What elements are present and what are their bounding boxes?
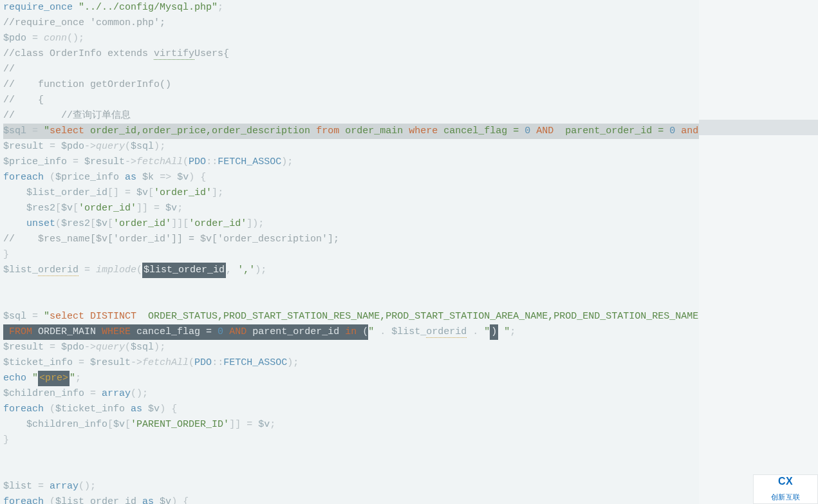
code-line[interactable]: $pdo = conn(); xyxy=(3,31,699,46)
code-line[interactable]: foreach ($price_info as $k => $v) { xyxy=(3,170,699,185)
code-token: cancel_flag = xyxy=(438,126,525,136)
code-token: () xyxy=(131,388,142,399)
code-token: DISTINCT xyxy=(90,311,136,322)
code-token: -> xyxy=(131,357,142,368)
code-line[interactable]: // //查询订单信息 xyxy=(3,108,699,124)
code-token: foreach xyxy=(3,404,50,415)
code-token: [ xyxy=(107,218,113,229)
code-token: " xyxy=(368,326,374,337)
code-token xyxy=(3,419,26,430)
code-token: $list_ xyxy=(3,265,38,275)
code-line[interactable]: $list_order_id[] = $v['order_id']; xyxy=(3,185,699,201)
code-token: order_id,order_price,order_description xyxy=(84,126,316,136)
code-token: ORDER_MAIN xyxy=(32,326,102,337)
code-token: ORDER_STATUS,PROD_START_STATION_RES_NAME… xyxy=(136,311,699,322)
code-editor[interactable]: require_once "../../config/Mysql.php";//… xyxy=(0,0,699,504)
code-line[interactable]: foreach ($ticket_info as $v) { xyxy=(3,402,699,417)
code-line[interactable]: // $res_name[$v['order_id']] = $v['order… xyxy=(3,232,699,247)
code-line[interactable]: $result = $pdo->query($sql); xyxy=(3,340,699,355)
code-line[interactable]: // { xyxy=(3,93,699,108)
code-token: ) { xyxy=(160,404,177,415)
code-line[interactable] xyxy=(3,278,699,294)
code-token: AND xyxy=(536,126,553,136)
code-token: :: xyxy=(212,357,223,368)
code-token: ; xyxy=(160,141,165,152)
code-token: WHERE xyxy=(102,326,131,337)
code-token: as xyxy=(142,496,154,504)
code-token: from xyxy=(316,126,339,136)
code-token xyxy=(3,295,9,306)
minimap[interactable] xyxy=(699,0,818,504)
code-token: cancel_flag = xyxy=(131,326,218,337)
code-token: fetchAll xyxy=(142,357,189,368)
code-token: 0 xyxy=(525,126,530,136)
code-token: ) { xyxy=(171,496,189,504)
code-line[interactable]: $result = $pdo->query($sql); xyxy=(3,139,699,154)
code-token: virtify xyxy=(154,48,194,60)
code-line[interactable] xyxy=(3,448,699,463)
code-token xyxy=(136,496,142,504)
code-token: 'order_id' xyxy=(79,203,136,214)
code-line[interactable]: $children_info[$v['PARENT_ORDER_ID']] = … xyxy=(3,417,699,433)
code-line[interactable]: require_once "../../config/Mysql.php"; xyxy=(3,0,699,15)
code-line[interactable]: $children_info = array(); xyxy=(3,386,699,402)
code-token xyxy=(3,450,9,461)
code-token xyxy=(3,326,9,337)
code-line[interactable] xyxy=(3,294,699,309)
watermark-logo: CX 创新互联 xyxy=(753,474,818,504)
code-token: , xyxy=(226,265,237,275)
code-line[interactable]: //class OrderInfo extends virtifyUsers{ xyxy=(3,46,699,62)
code-line[interactable]: $price_info = $result->fetchAll(PDO::FET… xyxy=(3,154,699,170)
code-token: orderid xyxy=(426,326,467,338)
code-token: = xyxy=(32,481,50,492)
code-token xyxy=(498,326,504,337)
code-token: $sql xyxy=(3,311,26,322)
code-token: 'order_id' xyxy=(113,218,171,229)
code-token: orderid xyxy=(38,265,79,276)
code-token: = xyxy=(26,126,44,136)
code-token: parent_order_id = xyxy=(553,126,669,136)
code-token: = xyxy=(84,388,102,399)
code-token: AND xyxy=(229,326,246,337)
code-line[interactable]: $ticket_info = $result->fetchAll(PDO::FE… xyxy=(3,355,699,371)
code-token xyxy=(3,187,26,198)
code-token: "../../config/Mysql.php" xyxy=(79,2,218,13)
code-line[interactable]: } xyxy=(3,433,699,448)
code-token: order_main xyxy=(339,126,409,136)
code-token: ) xyxy=(255,265,261,275)
code-token: parent_order_id xyxy=(246,326,345,337)
code-token: // { xyxy=(3,95,44,106)
code-line[interactable]: $sql = "select DISTINCT ORDER_STATUS,PRO… xyxy=(3,309,699,324)
code-line[interactable]: // function getOrderInfo() xyxy=(3,77,699,93)
code-line[interactable]: unset($res2[$v['order_id']]['order_id'])… xyxy=(3,216,699,232)
code-line[interactable] xyxy=(3,463,699,479)
code-line[interactable]: FROM ORDER_MAIN WHERE cancel_flag = 0 AN… xyxy=(3,324,699,340)
code-token xyxy=(530,126,536,136)
code-token: [ xyxy=(107,419,113,430)
code-token: array xyxy=(50,481,79,492)
code-line[interactable]: // xyxy=(3,62,699,77)
code-line[interactable]: } xyxy=(3,247,699,263)
code-token: $sql xyxy=(131,141,154,152)
code-token: $v xyxy=(136,187,148,198)
code-line[interactable]: $res2[$v['order_id']] = $v; xyxy=(3,201,699,216)
code-token: implode xyxy=(96,265,136,275)
code-token: ; xyxy=(218,187,223,198)
code-line[interactable]: $list = array(); xyxy=(3,479,699,494)
code-token: query xyxy=(96,342,125,353)
code-token: $k xyxy=(142,172,154,183)
code-line[interactable]: //require_once 'common.php'; xyxy=(3,15,699,31)
code-token: $v xyxy=(96,218,107,229)
code-line[interactable]: $sql = "select order_id,order_price,orde… xyxy=(3,124,699,139)
code-token: $children_info xyxy=(26,419,107,430)
logo-bottom: 创新互联 xyxy=(771,489,801,504)
code-token: $ticket_info xyxy=(3,357,73,368)
code-line[interactable]: foreach ($list_order_id as $v) { xyxy=(3,494,699,504)
code-token: ) xyxy=(287,357,293,368)
code-token: $v xyxy=(113,419,125,430)
code-token: FETCH_ASSOC xyxy=(223,357,287,368)
code-line[interactable]: $list_orderid = implode($list_order_id, … xyxy=(3,263,699,278)
code-line[interactable]: echo "<pre>"; xyxy=(3,371,699,386)
code-token: " xyxy=(70,373,75,384)
code-token: $price_info xyxy=(3,156,67,167)
